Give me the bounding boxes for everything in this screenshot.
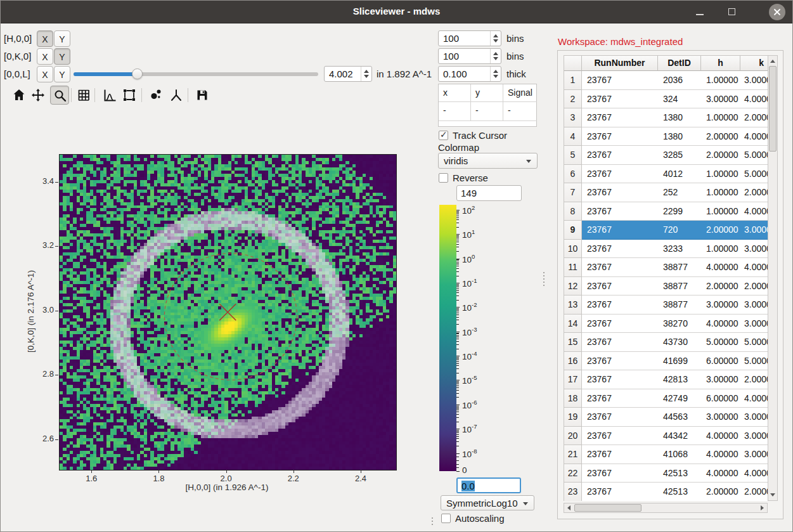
row-number-cell[interactable]: 7: [564, 183, 582, 202]
cell-det[interactable]: 3233: [658, 240, 701, 259]
normalization-combobox[interactable]: SymmetricLog10: [441, 495, 534, 510]
cell-k[interactable]: 3.00000: [740, 445, 768, 464]
column-header-k[interactable]: k: [740, 56, 768, 71]
spin-down-icon[interactable]: [493, 75, 498, 78]
cell-k[interactable]: 3.00000: [740, 221, 768, 240]
spin-down-icon[interactable]: [493, 57, 498, 60]
cell-h[interactable]: 3.00000: [701, 90, 740, 109]
cell-h[interactable]: 1.00000: [701, 183, 740, 202]
cell-k[interactable]: 4.00000: [740, 464, 768, 483]
cell-det[interactable]: 2299: [658, 202, 701, 221]
row-number-cell[interactable]: 14: [564, 315, 582, 334]
grid-button[interactable]: [74, 86, 93, 105]
y-bins-spinbox[interactable]: 100: [438, 48, 501, 64]
cell-k[interactable]: 3.00000: [740, 240, 768, 259]
checkbox-checked-icon[interactable]: [439, 131, 448, 140]
row-number-cell[interactable]: 20: [564, 427, 582, 446]
thickness-spinbox[interactable]: 0.100: [438, 66, 501, 82]
vertical-scroll-thumb[interactable]: [769, 66, 777, 152]
cell-det[interactable]: 1380: [658, 127, 701, 146]
scroll-left-icon[interactable]: [567, 505, 571, 510]
cell-k[interactable]: 2.00000: [740, 277, 768, 296]
cell-run[interactable]: 23767: [582, 183, 658, 202]
horizontal-scroll-thumb[interactable]: [574, 504, 641, 512]
cell-h[interactable]: 4.00000: [701, 445, 740, 464]
region-selection-button[interactable]: [120, 86, 139, 105]
table-row[interactable]: 1223767388772.000002.00000: [564, 277, 768, 296]
cell-det[interactable]: 3285: [658, 146, 701, 165]
home-button[interactable]: [10, 86, 29, 105]
row-number-cell[interactable]: 9: [564, 221, 582, 240]
row-number-cell[interactable]: 10: [564, 240, 582, 259]
cell-h[interactable]: 3.00000: [701, 408, 740, 427]
table-row[interactable]: 2237673243.000004.00000: [564, 90, 768, 109]
cell-h[interactable]: 4.00000: [701, 427, 740, 446]
cell-k[interactable]: 4.00000: [740, 90, 768, 109]
row-number-cell[interactable]: 4: [564, 127, 582, 146]
cell-run[interactable]: 23767: [582, 370, 658, 389]
workspace-table[interactable]: RunNumberDetIDhk12376720361.000003.00000…: [564, 55, 768, 501]
checkbox-unchecked-icon[interactable]: [439, 173, 448, 183]
cell-det[interactable]: 44342: [658, 427, 701, 446]
save-button[interactable]: [193, 86, 212, 105]
cell-k[interactable]: 4.00000: [740, 127, 768, 146]
reverse-checkbox[interactable]: Reverse: [439, 172, 488, 183]
row-number-cell[interactable]: 2: [564, 90, 582, 109]
row-number-cell[interactable]: 8: [564, 202, 582, 221]
cell-h[interactable]: 2.00000: [701, 221, 740, 240]
cell-k[interactable]: 5.00000: [740, 333, 768, 352]
line-plots-button[interactable]: [100, 86, 119, 105]
cell-det[interactable]: 41068: [658, 445, 701, 464]
cell-k[interactable]: 4.00000: [740, 202, 768, 221]
table-horizontal-scrollbar[interactable]: [564, 503, 768, 513]
x-bins-spinbox[interactable]: 100: [438, 30, 501, 46]
row-number-cell[interactable]: 22: [564, 464, 582, 483]
nonorthogonal-axes-button[interactable]: [167, 86, 186, 105]
table-row[interactable]: 32376713801.000002.00000: [564, 108, 768, 127]
cell-run[interactable]: 23767: [582, 127, 658, 146]
cell-h[interactable]: 1.00000: [701, 165, 740, 184]
table-row[interactable]: 52376732852.000005.00000: [564, 146, 768, 165]
titlebar[interactable]: Sliceviewer - mdws: [1, 1, 792, 23]
close-button[interactable]: [769, 4, 785, 20]
cell-h[interactable]: 3.00000: [701, 295, 740, 315]
cell-h[interactable]: 4.00000: [701, 258, 740, 277]
cell-run[interactable]: 23767: [582, 71, 658, 90]
cell-det[interactable]: 38877: [658, 277, 701, 296]
cell-det[interactable]: 4012: [658, 165, 701, 184]
row-number-cell[interactable]: 16: [564, 352, 582, 371]
table-row[interactable]: 1623767416996.000005.00000: [564, 352, 768, 371]
cell-h[interactable]: 2.00000: [701, 146, 740, 165]
cell-run[interactable]: 23767: [582, 408, 658, 427]
cell-det[interactable]: 41699: [658, 352, 701, 371]
cell-run[interactable]: 23767: [582, 258, 658, 277]
cell-k[interactable]: 3.00000: [740, 315, 768, 334]
cell-run[interactable]: 23767: [582, 445, 658, 464]
peaks-overlay-button[interactable]: [146, 86, 165, 105]
cell-h[interactable]: 5.00000: [701, 333, 740, 352]
spin-up-icon[interactable]: [493, 70, 498, 73]
row-number-cell[interactable]: 18: [564, 389, 582, 408]
cell-run[interactable]: 23767: [582, 315, 658, 334]
table-row[interactable]: 102376732331.000003.00000: [564, 240, 768, 259]
column-header-runnumber[interactable]: RunNumber: [582, 56, 658, 71]
cell-h[interactable]: 2.00000: [701, 277, 740, 296]
minimize-button[interactable]: [692, 4, 708, 20]
row-number-cell[interactable]: 3: [564, 108, 582, 127]
table-row[interactable]: 1823767427496.000004.00000: [564, 389, 768, 408]
cell-det[interactable]: 42813: [658, 370, 701, 389]
slice-plot-canvas[interactable]: [59, 154, 397, 470]
00l-x-button[interactable]: X: [37, 66, 53, 82]
slice-slider-handle[interactable]: [132, 68, 143, 79]
table-row[interactable]: 62376740121.000005.00000: [564, 165, 768, 184]
cell-det[interactable]: 2036: [658, 71, 701, 90]
cell-run[interactable]: 23767: [582, 108, 658, 127]
row-number-cell[interactable]: 5: [564, 146, 582, 165]
colorbar-min-input[interactable]: 0.0: [456, 477, 521, 493]
spin-up-icon[interactable]: [493, 34, 498, 37]
cell-det[interactable]: 38877: [658, 295, 701, 315]
scroll-down-icon[interactable]: [770, 493, 775, 496]
maximize-button[interactable]: [724, 4, 740, 20]
cell-k[interactable]: 2.00000: [740, 108, 768, 127]
cell-k[interactable]: 5.00000: [740, 165, 768, 184]
